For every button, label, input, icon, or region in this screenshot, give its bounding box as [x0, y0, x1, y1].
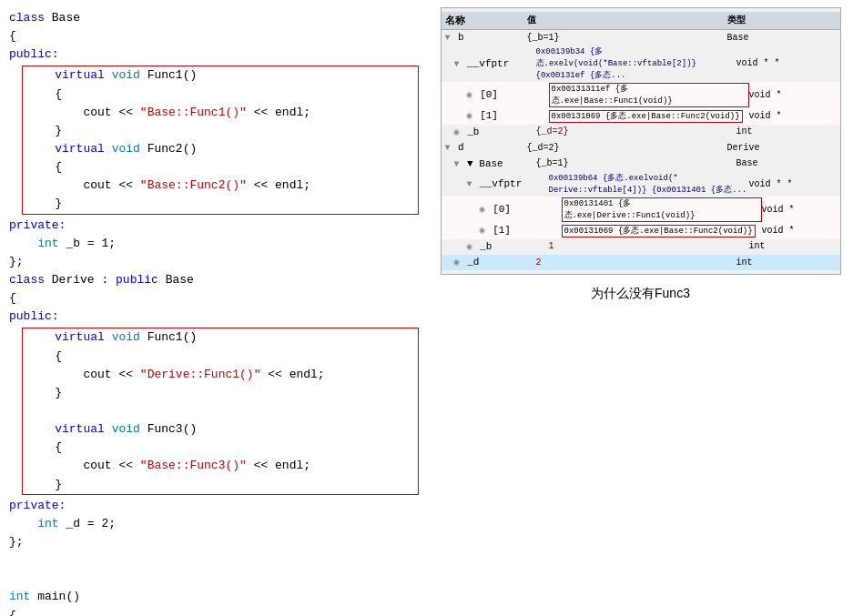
- b-b-type: int: [736, 126, 791, 138]
- code-panel: class Base { public: virtual void Func1(…: [0, 0, 428, 616]
- code-line: virtual void Func3(): [26, 420, 414, 439]
- tree-row-b-vfptr-1: ◉ [1] 0x00131069 {多态.exe|Base::Func2(voi…: [442, 108, 840, 124]
- header-value: 值: [527, 14, 727, 27]
- code-line: private:: [9, 497, 419, 515]
- tree-row-d-base: ▼ ▼ Base {_b=1} Base: [442, 157, 840, 172]
- code-line: {: [9, 607, 419, 617]
- code-line: {: [26, 158, 414, 177]
- code-line: public:: [9, 45, 419, 64]
- tree-row-d-b: ◉ _b 1 int: [442, 239, 840, 255]
- base-virtual-functions-box: virtual void Func1() { cout << "Base::Fu…: [22, 66, 419, 214]
- d-d-name: ◉ _d: [454, 256, 536, 269]
- tree-row-d-vfptr: ▼ __vfptr 0x00139b64 {多态.exelvoid(* Deri…: [442, 172, 840, 197]
- d-slot0-value: 0x00131401 {多态.exe|Derive::Func1(void)}: [562, 197, 762, 222]
- code-line: int _b = 1;: [9, 235, 419, 253]
- code-line: cout << "Base::Func2()" << endl;: [26, 177, 414, 195]
- d-slot1-value: 0x00131069 {多态.exe|Base::Func2(void)}: [562, 225, 762, 238]
- code-line: {: [9, 27, 419, 45]
- caption: 为什么没有Func3: [591, 286, 690, 302]
- code-line: }: [26, 122, 414, 140]
- d-vfptr-type: void * *: [749, 178, 804, 191]
- code-line: }: [26, 384, 414, 402]
- d-slot0-name: ◉ [0]: [480, 203, 562, 217]
- d-b-value: 1: [549, 240, 749, 253]
- tree-row-b: ▼ b {_b=1} Base: [442, 30, 840, 45]
- code-line: int _d = 2;: [9, 515, 419, 533]
- code-line: virtual void Func2(): [26, 140, 414, 158]
- tree-row-b-vfptr-0: ◉ [0] 0x00131311ef {多态.exe|Base::Func1(v…: [442, 82, 840, 108]
- code-line: {: [26, 439, 414, 457]
- d-d-value: 2: [536, 257, 736, 269]
- debug-tree: 名称 值 类型 ▼ b {_b=1} Base ▼ __vfptr 0x0013…: [441, 7, 841, 275]
- d-base-name: ▼ ▼ Base: [454, 157, 536, 171]
- b-slot1-type: void *: [749, 110, 804, 123]
- d-vfptr-value: 0x00139b64 {多态.exelvoid(* Derive::vftabl…: [549, 173, 749, 196]
- tree-row-b-vfptr: ▼ __vfptr 0x00139b34 {多态.exelv(void(*Bas…: [442, 45, 840, 82]
- header-name: 名称: [445, 14, 527, 27]
- d-slot1-type: void *: [762, 225, 817, 237]
- d-vfptr-name: ▼ __vfptr: [467, 177, 549, 191]
- code-line: int main(): [9, 588, 419, 606]
- code-line: cout << "Base::Func3()" << endl;: [26, 457, 414, 475]
- d-slot1-name: ◉ [1]: [480, 224, 562, 237]
- b-b-value: {_d=2}: [536, 126, 736, 138]
- tree-row-d-slot0: ◉ [0] 0x00131401 {多态.exe|Derive::Func1(v…: [442, 197, 840, 223]
- code-line: public:: [9, 308, 419, 326]
- vfptr-value: 0x00139b34 {多态.exelv(void(*Base::vftable…: [536, 46, 736, 81]
- debug-tree-header: 名称 值 类型: [442, 12, 840, 30]
- b-slot0-name: ◉ [0]: [467, 88, 549, 102]
- code-line: [26, 402, 414, 420]
- b-slot1-name: ◉ [1]: [467, 109, 549, 123]
- tree-row-d-slot1: ◉ [1] 0x00131069 {多态.exe|Base::Func2(voi…: [442, 223, 840, 238]
- code-line: class Base: [9, 9, 419, 27]
- vfptr-type: void * *: [736, 57, 791, 70]
- b-slot1-value: 0x00131069 {多态.exe|Base::Func2(void)}: [549, 110, 749, 124]
- code-line: {: [26, 86, 414, 104]
- tree-row-d-d: ◉ _d 2 int: [442, 255, 840, 270]
- code-line: }: [26, 195, 414, 213]
- vfptr-name: ▼ __vfptr: [454, 57, 536, 71]
- code-line: virtual void Func1(): [26, 66, 414, 85]
- tree-row-d: ▼ d {_d=2} Derive: [442, 140, 840, 156]
- code-line: {: [26, 348, 414, 366]
- var-d-value: {_d=2}: [527, 142, 727, 155]
- code-line: class Derive : public Base: [9, 271, 419, 289]
- var-d-name: ▼ d: [445, 141, 527, 155]
- code-line: };: [9, 533, 419, 551]
- code-line: private:: [9, 217, 419, 235]
- d-base-value: {_b=1}: [536, 157, 736, 170]
- var-b-type: Base: [727, 32, 782, 45]
- d-d-type: int: [736, 257, 791, 269]
- code-line: }: [26, 476, 414, 494]
- code-line: cout << "Derive::Func1()" << endl;: [26, 366, 414, 384]
- tree-row-b-b: ◉ _b {_d=2} int: [442, 125, 840, 140]
- code-line: virtual void Func1(): [26, 328, 414, 347]
- d-b-name: ◉ _b: [467, 240, 549, 254]
- header-type: 类型: [727, 14, 782, 27]
- code-line: {: [9, 289, 419, 308]
- code-line: };: [9, 253, 419, 271]
- b-slot0-value: 0x00131311ef {多态.exe|Base::Func1(void)}: [549, 83, 749, 107]
- d-b-type: int: [749, 240, 804, 253]
- var-b-name: ▼ b: [445, 31, 527, 45]
- d-base-type: Base: [736, 157, 791, 170]
- d-slot0-type: void *: [762, 204, 817, 217]
- code-line: cout << "Base::Func1()" << endl;: [26, 104, 414, 122]
- derive-virtual-functions-box: virtual void Func1() { cout << "Derive::…: [22, 328, 419, 494]
- b-b-name: ◉ _b: [454, 126, 536, 139]
- b-slot0-type: void *: [749, 89, 804, 102]
- var-d-type: Derive: [727, 142, 782, 155]
- var-b-value: {_b=1}: [527, 32, 727, 45]
- right-panel: 名称 值 类型 ▼ b {_b=1} Base ▼ __vfptr 0x0013…: [428, 0, 853, 616]
- main-container: class Base { public: virtual void Func1(…: [0, 0, 853, 616]
